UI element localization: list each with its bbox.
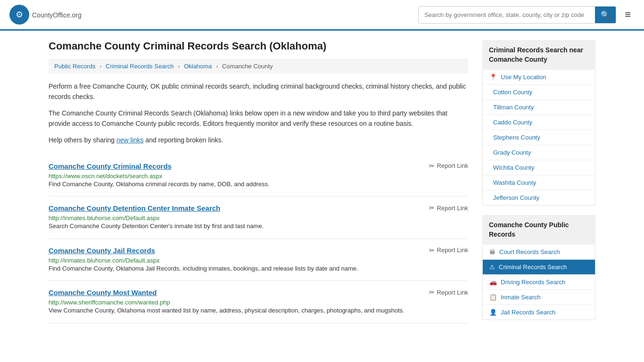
header-right: 🔍 ≡ xyxy=(418,6,635,24)
record-card-header: Comanche County Detention Center Inmate … xyxy=(49,204,468,212)
record-url[interactable]: http://inmates.bluhorse.com/Default.aspx xyxy=(49,214,160,222)
page-title: Comanche County Criminal Records Search … xyxy=(49,40,468,52)
intro-paragraph-2: The Comanche County Criminal Records Sea… xyxy=(49,108,468,129)
report-link-button[interactable]: ✂ Report Link xyxy=(429,204,468,212)
record-title[interactable]: Comanche County Jail Records xyxy=(49,247,155,255)
record-title[interactable]: Comanche County Criminal Records xyxy=(49,162,172,170)
sidebar: Criminal Records Search near Comanche Co… xyxy=(482,40,595,329)
public-records-item-link[interactable]: Jail Records Search xyxy=(501,309,555,316)
sidebar-use-my-location[interactable]: 📍 Use My Location xyxy=(483,70,595,85)
record-description: View Comanche County, Oklahoma most want… xyxy=(49,306,468,315)
record-url[interactable]: https://www.oscn.net/dockets/search.aspx xyxy=(49,173,162,180)
breadcrumb-public-records[interactable]: Public Records xyxy=(54,63,95,70)
record-description: Search Comanche County Detention Center'… xyxy=(49,222,468,231)
record-card: Comanche County Most Wanted ✂ Report Lin… xyxy=(49,281,468,323)
sidebar-nearby-county[interactable]: Caddo County xyxy=(483,115,595,130)
site-header: ⚙ CountyOffice.org 🔍 ≡ xyxy=(0,0,644,31)
public-records-item-icon: 🏛 xyxy=(489,248,495,255)
public-records-item-icon: ⚠ xyxy=(489,263,495,271)
record-card: Comanche County Jail Records ✂ Report Li… xyxy=(49,239,468,281)
nearby-item-link[interactable]: Jefferson County xyxy=(493,194,539,201)
sidebar-nearby-county[interactable]: Tillman County xyxy=(483,100,595,115)
sharing-text: Help others by sharing new links and rep… xyxy=(49,135,468,145)
record-card: Comanche County Criminal Records ✂ Repor… xyxy=(49,155,468,197)
report-icon: ✂ xyxy=(429,247,435,254)
report-link-label: Report Link xyxy=(437,247,468,254)
sidebar-nearby-county[interactable]: Stephens County xyxy=(483,130,595,145)
sidebar-public-records-item[interactable]: 📋 Inmate Search xyxy=(483,290,595,305)
nearby-item-link[interactable]: Use My Location xyxy=(501,74,546,81)
logo-area: ⚙ CountyOffice.org xyxy=(9,5,82,25)
record-description: Find Comanche County, Oklahoma Jail Reco… xyxy=(49,264,468,273)
sidebar-nearby-county[interactable]: Washita County xyxy=(483,175,595,190)
nearby-item-link[interactable]: Grady County xyxy=(493,149,531,156)
public-records-item-link[interactable]: Court Records Search xyxy=(499,248,560,255)
nearby-item-link[interactable]: Tillman County xyxy=(493,104,534,111)
nearby-section-title: Criminal Records Search near Comanche Co… xyxy=(482,40,595,70)
record-card: Comanche County Detention Center Inmate … xyxy=(49,197,468,239)
breadcrumb-criminal-records-search[interactable]: Criminal Records Search xyxy=(106,63,174,70)
public-records-item-link[interactable]: Inmate Search xyxy=(501,294,541,301)
content-area: Comanche County Criminal Records Search … xyxy=(49,40,468,329)
menu-button[interactable]: ≡ xyxy=(621,7,635,23)
report-icon: ✂ xyxy=(429,162,435,170)
record-card-header: Comanche County Criminal Records ✂ Repor… xyxy=(49,162,468,170)
report-icon: ✂ xyxy=(429,204,435,212)
search-input[interactable] xyxy=(419,8,595,22)
record-url[interactable]: http://inmates.bluhorse.com/Default.aspx xyxy=(49,257,160,264)
sidebar-nearby-county[interactable]: Grady County xyxy=(483,145,595,160)
sidebar-public-records-item[interactable]: 👤 Jail Records Search xyxy=(483,305,595,320)
breadcrumb: Public Records › Criminal Records Search… xyxy=(49,59,468,74)
breadcrumb-oklahoma[interactable]: Oklahoma xyxy=(184,63,212,70)
record-title[interactable]: Comanche County Detention Center Inmate … xyxy=(49,204,220,212)
public-records-item-link[interactable]: Driving Records Search xyxy=(501,279,565,286)
report-link-label: Report Link xyxy=(437,289,468,296)
nearby-item-link[interactable]: Stephens County xyxy=(493,134,540,141)
logo-text: CountyOffice.org xyxy=(32,10,82,20)
nearby-item-link[interactable]: Cotton County xyxy=(493,89,532,96)
main-container: Comanche County Criminal Records Search … xyxy=(39,31,605,339)
logo-icon: ⚙ xyxy=(9,5,29,25)
intro-paragraph-1: Perform a free Comanche County, OK publi… xyxy=(49,81,468,102)
search-button[interactable]: 🔍 xyxy=(595,7,616,23)
public-records-item-icon: 👤 xyxy=(489,309,497,316)
record-description: Find Comanche County, Oklahoma criminal … xyxy=(49,180,468,189)
nearby-item-link[interactable]: Caddo County xyxy=(493,119,532,126)
sidebar-nearby-county[interactable]: Jefferson County xyxy=(483,190,595,205)
search-box: 🔍 xyxy=(418,6,616,24)
nearby-list: 📍 Use My Location Cotton County Tillman … xyxy=(482,70,595,206)
record-card-header: Comanche County Jail Records ✂ Report Li… xyxy=(49,247,468,255)
sidebar-public-records-item[interactable]: 🚗 Driving Records Search xyxy=(483,275,595,290)
report-icon: ✂ xyxy=(429,288,435,296)
public-records-item-icon: 🚗 xyxy=(489,279,497,286)
report-link-button[interactable]: ✂ Report Link xyxy=(429,247,468,254)
public-records-section-title: Comanche County Public Records xyxy=(482,215,595,245)
report-link-label: Report Link xyxy=(437,162,468,169)
sidebar-nearby-county[interactable]: Wichita County xyxy=(483,160,595,175)
public-records-list: 🏛 Court Records Search ⚠ Criminal Record… xyxy=(482,245,595,320)
report-link-button[interactable]: ✂ Report Link xyxy=(429,288,468,296)
record-url[interactable]: http://www.sheriffcomanche.com/wanted.ph… xyxy=(49,299,170,306)
sidebar-public-records-item[interactable]: 🏛 Court Records Search xyxy=(483,245,595,260)
nearby-item-link[interactable]: Wichita County xyxy=(493,164,534,171)
new-links-link[interactable]: new links xyxy=(116,136,144,144)
report-link-button[interactable]: ✂ Report Link xyxy=(429,162,468,170)
location-icon: 📍 xyxy=(489,74,497,81)
breadcrumb-current: Comanche County xyxy=(222,63,273,70)
sidebar-public-records-item[interactable]: ⚠ Criminal Records Search xyxy=(483,260,595,275)
public-records-item-icon: 📋 xyxy=(489,294,497,301)
report-link-label: Report Link xyxy=(437,205,468,212)
public-records-section: Comanche County Public Records 🏛 Court R… xyxy=(482,215,595,320)
records-container: Comanche County Criminal Records ✂ Repor… xyxy=(49,155,468,323)
nearby-item-link[interactable]: Washita County xyxy=(493,179,536,186)
record-title[interactable]: Comanche County Most Wanted xyxy=(49,288,157,296)
sidebar-nearby-county[interactable]: Cotton County xyxy=(483,85,595,100)
public-records-item-link[interactable]: Criminal Records Search xyxy=(499,263,567,271)
nearby-section: Criminal Records Search near Comanche Co… xyxy=(482,40,595,206)
record-card-header: Comanche County Most Wanted ✂ Report Lin… xyxy=(49,288,468,296)
